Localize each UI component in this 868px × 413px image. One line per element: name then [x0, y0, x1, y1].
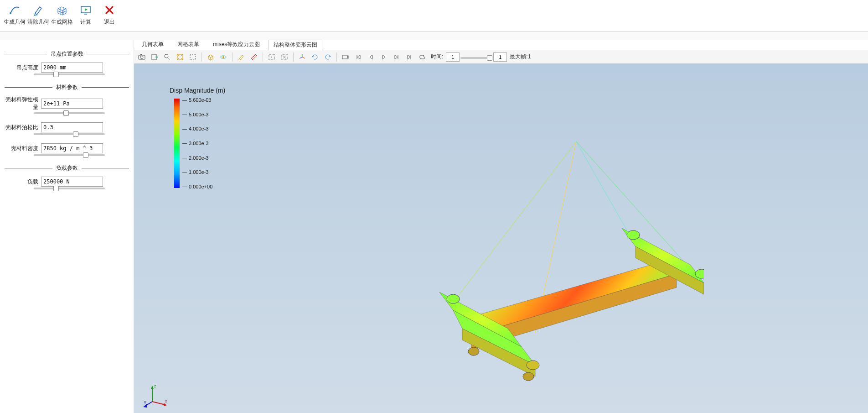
exit-label: 退出 — [104, 18, 115, 26]
paint-icon[interactable] — [235, 52, 247, 63]
tab-geometry[interactable]: 几何表单 — [137, 39, 169, 50]
sidebar: 吊点位置参数 吊点高度 材料参数 壳材料弹性模量 壳材料泊松比 壳材料密度 负载… — [0, 40, 134, 413]
generate-mesh-button[interactable]: 生成网格 — [50, 3, 74, 29]
section-title-position: 吊点位置参数 — [5, 50, 129, 58]
section-title-material: 材料参数 — [5, 84, 129, 91]
time-slider[interactable] — [460, 57, 492, 59]
generate-geometry-button[interactable]: 生成几何 — [3, 3, 26, 29]
svg-rect-14 — [342, 55, 347, 59]
first-frame-icon[interactable] — [352, 52, 364, 63]
legend-tick: 5.000e-3 — [182, 111, 212, 118]
view-cube-icon[interactable] — [205, 52, 217, 63]
svg-marker-36 — [164, 403, 167, 406]
tab-deform[interactable]: 结构整体变形云图 — [269, 40, 322, 50]
poisson-input[interactable] — [41, 122, 103, 132]
time-spin[interactable] — [446, 52, 460, 62]
tab-mesh[interactable]: 网格表单 — [172, 39, 204, 50]
legend-tick: 5.600e-03 — [182, 97, 212, 104]
box-select-icon[interactable] — [187, 52, 199, 63]
svg-point-3 — [140, 56, 143, 58]
elastic-modulus-input[interactable] — [41, 99, 103, 109]
svg-point-31 — [468, 347, 479, 355]
movie-icon[interactable] — [340, 52, 351, 63]
axes-icon[interactable] — [296, 52, 308, 63]
legend-tick: 4.000e-3 — [182, 125, 212, 132]
svg-text:x: x — [165, 399, 167, 403]
mesh-cube-icon — [55, 3, 69, 17]
load-input[interactable] — [41, 177, 103, 187]
svg-point-12 — [271, 57, 272, 58]
max-frame-label: 最大帧:1 — [508, 53, 532, 61]
legend-title: Disp Magnitude (m) — [170, 87, 225, 94]
load-slider[interactable] — [34, 188, 105, 189]
ribbon-filler — [0, 32, 868, 40]
compute-label: 计算 — [80, 18, 91, 26]
ribbon: 生成几何 清除几何 生成网格 计算 退出 — [0, 0, 868, 32]
svg-text:z: z — [154, 384, 156, 388]
play-icon[interactable] — [378, 52, 390, 63]
legend-tick: 1.000e-3 — [182, 169, 212, 176]
generate-geometry-icon — [7, 3, 22, 17]
content-area: 几何表单 网格表单 mises等效应力云图 结构整体变形云图 — [134, 40, 868, 413]
prev-frame-icon[interactable] — [365, 52, 377, 63]
poisson-slider[interactable] — [34, 133, 105, 135]
frame-spin[interactable] — [493, 52, 507, 62]
svg-line-17 — [576, 141, 631, 237]
legend-colorbar — [174, 99, 180, 188]
svg-point-10 — [222, 56, 224, 58]
rotate-ccw-icon[interactable] — [309, 52, 321, 63]
exit-button[interactable]: 退出 — [98, 3, 121, 29]
clear-geometry-label: 清除几何 — [27, 18, 49, 26]
generate-mesh-label: 生成网格 — [51, 18, 73, 26]
svg-point-27 — [527, 361, 539, 370]
zoom-icon[interactable] — [161, 52, 173, 63]
param-poisson: 壳材料泊松比 — [5, 122, 129, 132]
lift-height-slider[interactable] — [34, 73, 105, 75]
next-frame-icon[interactable] — [391, 52, 403, 63]
legend-tick: 3.000e-3 — [182, 140, 212, 147]
brush-icon — [31, 3, 46, 17]
select-rect-icon[interactable] — [266, 52, 278, 63]
density-input[interactable] — [41, 143, 103, 153]
param-load: 负载 — [5, 177, 129, 187]
orbit-icon[interactable] — [217, 52, 229, 63]
density-slider[interactable] — [34, 154, 105, 156]
svg-point-6 — [165, 54, 168, 58]
loop-icon[interactable] — [416, 52, 428, 63]
export-icon[interactable] — [149, 52, 160, 63]
lift-height-label: 吊点高度 — [5, 64, 41, 72]
time-label: 时间: — [429, 53, 445, 61]
poisson-label: 壳材料泊松比 — [5, 124, 41, 131]
play-monitor-icon — [78, 3, 93, 17]
svg-line-15 — [458, 141, 576, 297]
elastic-modulus-slider[interactable] — [34, 112, 105, 114]
tab-mises[interactable]: mises等效应力云图 — [208, 39, 265, 50]
section-title-load: 负载参数 — [5, 164, 129, 172]
legend-tick: 2.000e-3 — [182, 154, 212, 161]
legend-tick: 0.000e+00 — [182, 183, 212, 190]
ruler-icon[interactable] — [248, 52, 260, 63]
last-frame-icon[interactable] — [403, 52, 415, 63]
svg-point-0 — [10, 12, 11, 14]
svg-line-35 — [152, 402, 165, 405]
camera-icon[interactable] — [136, 52, 148, 63]
svg-text:y: y — [144, 400, 146, 404]
fit-icon[interactable] — [174, 52, 186, 63]
clear-geometry-button[interactable]: 清除几何 — [26, 3, 50, 29]
lift-height-input[interactable] — [41, 63, 103, 73]
compute-button[interactable]: 计算 — [74, 3, 98, 29]
viewport-3d[interactable]: Disp Magnitude (m) 5.600e-03 5.000e-3 4.… — [134, 64, 868, 413]
select-all-icon[interactable] — [279, 52, 290, 63]
color-legend: Disp Magnitude (m) 5.600e-03 5.000e-3 4.… — [170, 87, 225, 190]
param-lift-height: 吊点高度 — [5, 63, 129, 73]
rotate-cw-icon[interactable] — [322, 52, 334, 63]
svg-point-28 — [523, 372, 534, 381]
tabs-strip: 几何表单 网格表单 mises等效应力云图 结构整体变形云图 — [134, 40, 868, 50]
legend-ticks: 5.600e-03 5.000e-3 4.000e-3 3.000e-3 2.0… — [182, 97, 212, 190]
density-label: 壳材料密度 — [5, 145, 41, 152]
load-label: 负载 — [5, 178, 41, 186]
svg-marker-33 — [151, 386, 154, 389]
main-area: 吊点位置参数 吊点高度 材料参数 壳材料弹性模量 壳材料泊松比 壳材料密度 负载… — [0, 40, 868, 413]
svg-point-29 — [627, 230, 640, 240]
close-x-icon — [102, 3, 117, 17]
